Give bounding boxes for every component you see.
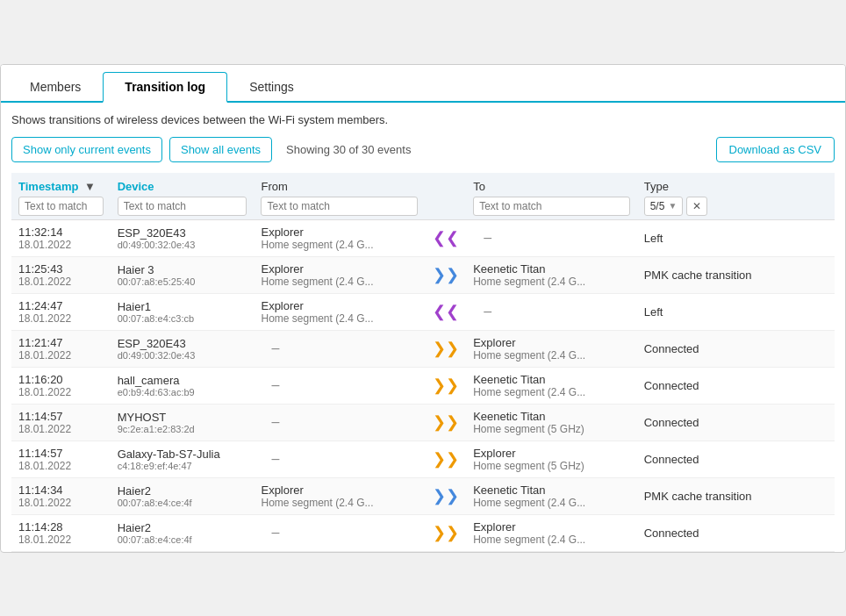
- from-location-sub: Home segment (2.4 G...: [261, 497, 418, 509]
- arrow-cell: ❯❯: [425, 256, 466, 293]
- type-cell: Connected: [637, 330, 835, 367]
- download-csv-button[interactable]: Download as CSV: [716, 137, 835, 162]
- event-time: 11:14:34: [18, 483, 104, 497]
- arrow-cell: ❯❯: [425, 477, 466, 514]
- from-cell: Explorer Home segment (2.4 G...: [254, 219, 425, 256]
- type-filter-dropdown[interactable]: 5/5 ▼: [644, 197, 684, 216]
- event-time: 11:32:14: [18, 226, 104, 239]
- arrow-cell: ❯❯: [425, 330, 466, 367]
- from-location-name: Explorer: [261, 483, 418, 497]
- show-current-events-button[interactable]: Show only current events: [11, 137, 162, 162]
- device-mac: 9c:2e:a1:e2:83:2d: [118, 424, 247, 434]
- event-date: 18.01.2022: [18, 349, 104, 362]
- from-filter-input[interactable]: [261, 197, 418, 216]
- device-mac: e0:b9:4d:63:ac:b9: [118, 387, 247, 398]
- event-type-label: Left: [644, 305, 663, 319]
- event-time: 11:14:57: [18, 410, 104, 423]
- to-location-sub: Home segment (5 GHz): [473, 460, 630, 472]
- type-header-label: Type: [644, 180, 669, 193]
- from-dash: –: [261, 414, 279, 429]
- arrow-right-orange-icon: ❯❯: [433, 449, 459, 469]
- device-name: Haier 3: [118, 263, 247, 276]
- type-cell: PMK cache transition: [637, 477, 835, 514]
- event-date: 18.01.2022: [18, 423, 104, 435]
- events-table-wrapper[interactable]: Timestamp ▼ Device From: [11, 173, 835, 552]
- device-cell: Haier2 00:07:a8:e4:ce:4f: [111, 514, 255, 551]
- to-location-sub: Home segment (2.4 G...: [473, 276, 630, 288]
- device-name: ESP_320E43: [118, 226, 247, 240]
- timestamp-cell: 11:21:47 18.01.2022: [11, 330, 111, 367]
- type-cell: Connected: [637, 441, 835, 477]
- arrow-right-orange-icon: ❯❯: [433, 339, 459, 358]
- from-cell: –: [254, 367, 425, 404]
- device-name: hall_camera: [118, 374, 247, 387]
- type-filter-value: 5/5: [650, 200, 665, 212]
- to-filter-input[interactable]: [473, 197, 630, 216]
- device-mac: 00:07:a8:e4:c3:cb: [118, 313, 247, 324]
- filter-bar: Show only current events Show all events…: [11, 137, 835, 162]
- tab-transition-log[interactable]: Transition log: [103, 72, 227, 103]
- to-cell: –: [466, 293, 637, 330]
- to-cell: Keenetic Titan Home segment (5 GHz): [466, 404, 637, 441]
- device-cell: hall_camera e0:b9:4d:63:ac:b9: [111, 367, 255, 404]
- sort-arrow-icon: ▼: [84, 180, 96, 193]
- to-location-sub: Home segment (2.4 G...: [473, 534, 630, 546]
- type-filter-container: 5/5 ▼ ✕: [644, 197, 828, 216]
- show-all-events-button[interactable]: Show all events: [169, 137, 272, 162]
- from-header-label: From: [261, 180, 287, 193]
- tab-settings[interactable]: Settings: [227, 72, 316, 101]
- event-date: 18.01.2022: [18, 386, 104, 398]
- arrow-left-purple-icon: ❮❮: [433, 302, 459, 321]
- device-mac: c4:18:e9:ef:4e:47: [118, 461, 247, 471]
- filter-funnel-icon: ▼: [668, 201, 677, 211]
- from-cell: Explorer Home segment (2.4 G...: [254, 293, 425, 330]
- to-cell: Keenetic Titan Home segment (2.4 G...: [466, 367, 637, 404]
- event-date: 18.01.2022: [18, 276, 104, 288]
- from-location-name: Explorer: [261, 262, 418, 276]
- timestamp-sort[interactable]: Timestamp: [18, 180, 78, 193]
- timestamp-cell: 11:14:57 18.01.2022: [11, 404, 111, 441]
- table-row: 11:25:43 18.01.2022 Haier 3 00:07:a8:e5:…: [11, 256, 835, 293]
- from-cell: –: [254, 514, 425, 551]
- tab-members[interactable]: Members: [8, 72, 103, 101]
- to-dash: –: [473, 304, 491, 319]
- device-name: ESP_320E43: [118, 337, 247, 350]
- clear-type-filter-button[interactable]: ✕: [686, 197, 707, 216]
- from-dash: –: [261, 451, 279, 466]
- event-type-label: Connected: [644, 342, 699, 355]
- device-name: MYHOST: [118, 411, 247, 424]
- device-mac: 00:07:a8:e4:ce:4f: [118, 498, 247, 508]
- to-location-sub: Home segment (2.4 G...: [473, 497, 630, 509]
- timestamp-cell: 11:16:20 18.01.2022: [11, 367, 111, 404]
- table-row: 11:14:28 18.01.2022 Haier2 00:07:a8:e4:c…: [11, 514, 835, 551]
- events-count-label: Showing 30 of 30 events: [279, 143, 708, 156]
- content-area: Shows transitions of wireless devices be…: [1, 103, 845, 552]
- from-location-sub: Home segment (2.4 G...: [261, 312, 418, 325]
- table-row: 11:16:20 18.01.2022 hall_camera e0:b9:4d…: [11, 367, 835, 404]
- to-location-sub: Home segment (2.4 G...: [473, 349, 630, 362]
- device-cell: ESP_320E43 d0:49:00:32:0e:43: [111, 219, 255, 256]
- event-date: 18.01.2022: [18, 239, 104, 251]
- arrow-right-blue-icon: ❯❯: [433, 486, 459, 505]
- arrow-cell: ❯❯: [425, 441, 466, 477]
- to-location-name: Keenetic Titan: [473, 262, 630, 276]
- device-filter-input[interactable]: [118, 197, 247, 216]
- device-mac: d0:49:00:32:0e:43: [118, 240, 247, 250]
- event-time: 11:21:47: [18, 336, 104, 349]
- event-type-label: Connected: [644, 453, 699, 466]
- type-cell: Connected: [637, 367, 835, 404]
- device-cell: Haier1 00:07:a8:e4:c3:cb: [111, 293, 255, 330]
- event-date: 18.01.2022: [18, 460, 104, 472]
- event-date: 18.01.2022: [18, 534, 104, 546]
- timestamp-filter-input[interactable]: [18, 197, 104, 216]
- device-sort[interactable]: Device: [118, 180, 154, 193]
- type-cell: Left: [637, 219, 835, 256]
- event-type-label: Left: [644, 232, 663, 245]
- event-type-label: PMK cache transition: [644, 269, 752, 282]
- event-type-label: Connected: [644, 379, 699, 392]
- arrow-right-blue-icon: ❯❯: [433, 265, 459, 284]
- to-cell: –: [466, 219, 637, 256]
- from-dash: –: [261, 377, 279, 392]
- table-row: 11:21:47 18.01.2022 ESP_320E43 d0:49:00:…: [11, 330, 835, 367]
- type-cell: Connected: [637, 404, 835, 441]
